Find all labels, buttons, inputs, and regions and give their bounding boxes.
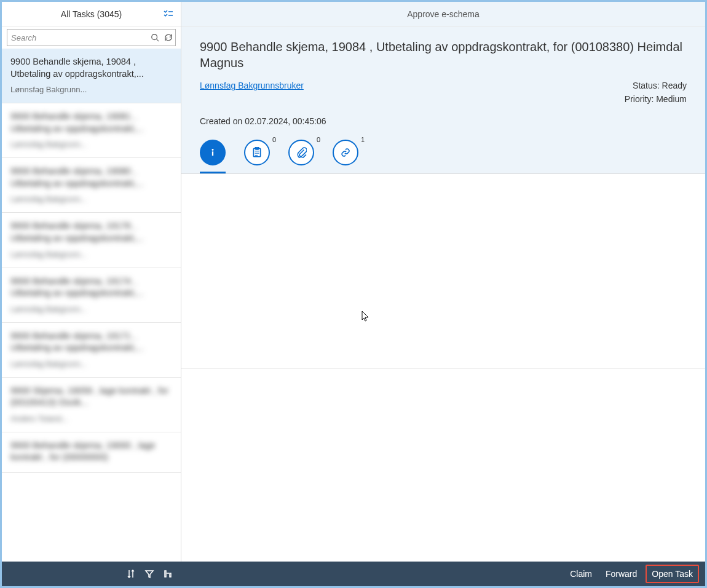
task-item[interactable]: 9900 Behandle skjema, 19174 , Utbetaling… <box>2 268 181 323</box>
content-area: Approve e-schema 9900 Behandle skjema, 1… <box>181 2 705 562</box>
detail-title: 9900 Behandle skjema, 19084 , Utbetaling… <box>200 39 687 71</box>
search-input[interactable] <box>7 33 148 42</box>
created-on: Created on 02.07.2024, 00:45:06 <box>200 116 687 126</box>
priority-value: Medium <box>656 94 687 104</box>
link-icon <box>340 147 351 158</box>
clipboard-icon <box>251 147 263 158</box>
svg-line-1 <box>157 39 159 42</box>
tab-attachments[interactable]: 0 <box>288 140 314 165</box>
task-item-sub: Lønnsfag Bakgrunn... <box>10 85 172 94</box>
claim-button[interactable]: Claim <box>565 565 597 582</box>
status-value: Ready <box>662 81 687 90</box>
footer-right: Claim Forward Open Task <box>181 565 705 583</box>
detail-meta-row: Lønnsfag Bakgrunnsbruker Status: Ready P… <box>200 81 687 108</box>
task-item-sub: Lønnsfag Bakgrunn... <box>10 304 172 314</box>
task-item-title: 9900 Behandle skjema, 19174 , Utbetaling… <box>10 276 172 300</box>
tab-notes[interactable]: 0 <box>244 140 270 165</box>
task-list[interactable]: 9900 Behandle skjema, 19084 , Utbetaling… <box>2 49 181 562</box>
search-field-wrap <box>7 29 176 46</box>
refresh-icon[interactable] <box>162 33 175 42</box>
sidebar-header: All Tasks (3045) <box>2 2 181 26</box>
open-task-button[interactable]: Open Task <box>646 565 699 583</box>
content-header: Approve e-schema <box>181 2 705 26</box>
attachments-badge: 0 <box>317 136 320 143</box>
info-icon <box>207 147 218 158</box>
status-label: Status: <box>633 81 660 90</box>
footer-left <box>2 569 181 579</box>
multiselect-icon[interactable] <box>164 9 173 19</box>
detail-body <box>181 174 705 368</box>
detail-tabs: 0 0 1 <box>200 140 687 173</box>
task-item[interactable]: 9900 Behandle skjema, 19000 , lage kontr… <box>2 432 181 473</box>
svg-rect-3 <box>212 151 213 156</box>
detail-body-rest <box>181 368 705 562</box>
status-block: Status: Ready Priority: Medium <box>625 81 687 108</box>
paperclip-icon <box>296 147 307 158</box>
task-item[interactable]: 9900 Behandle skjema, 19171 , Utbetaling… <box>2 323 181 378</box>
task-item-title: 9900 Behandle skjema, 19000 , lage kontr… <box>10 440 172 464</box>
notes-badge: 0 <box>272 136 276 143</box>
sidebar: All Tasks (3045) 9900 Behandle skjema, 1… <box>2 2 181 562</box>
task-item[interactable]: 9900 Skjema, 19059 , lage kontrakt , for… <box>2 378 181 432</box>
links-badge: 1 <box>361 136 365 143</box>
task-item-title: 9900 Behandle skjema, 19084 , Utbetaling… <box>10 56 172 80</box>
detail-header-block: 9900 Behandle skjema, 19084 , Utbetaling… <box>181 26 705 174</box>
task-item-sub: Lønnsfag Bakgrunn... <box>10 140 172 149</box>
task-item-title: 9900 Behandle skjema, 19171 , Utbetaling… <box>10 330 172 354</box>
forward-button[interactable]: Forward <box>601 565 642 582</box>
task-item[interactable]: 9900 Behandle skjema, 19080 , Utbetaling… <box>2 158 181 213</box>
tab-info[interactable] <box>200 140 226 165</box>
footer: Claim Forward Open Task <box>2 562 705 586</box>
task-item[interactable]: 9900 Behandle skjema, 19084 , Utbetaling… <box>2 49 181 103</box>
filter-icon[interactable] <box>144 569 154 579</box>
task-item[interactable]: 9900 Behandle skjema, 19081 , Utbetaling… <box>2 103 181 158</box>
priority-label: Priority: <box>625 94 654 104</box>
author-link[interactable]: Lønnsfag Bakgrunnsbruker <box>200 81 304 90</box>
svg-point-0 <box>152 34 157 40</box>
sidebar-title: All Tasks (3045) <box>61 9 122 19</box>
tab-links[interactable]: 1 <box>333 140 358 165</box>
task-item-title: 9900 Behandle skjema, 19176 , Utbetaling… <box>10 220 172 244</box>
sort-icon[interactable] <box>126 569 136 579</box>
task-item[interactable]: 9900 Behandle skjema, 19176 , Utbetaling… <box>2 213 181 268</box>
content-header-title: Approve e-schema <box>407 9 480 19</box>
task-item-title: 9900 Behandle skjema, 19080 , Utbetaling… <box>10 165 172 189</box>
task-item-sub: Lønnsfag Bakgrunn... <box>10 194 172 204</box>
task-item-sub: Lønnsfag Bakgrunn... <box>10 250 172 259</box>
group-icon[interactable] <box>163 569 173 579</box>
task-item-title: 9900 Skjema, 19059 , lage kontrakt , for… <box>10 385 172 409</box>
task-item-sub: Lønnsfag Bakgrunn... <box>10 359 172 368</box>
search-icon[interactable] <box>148 33 162 42</box>
task-item-sub: Anders Toland... <box>10 414 172 423</box>
svg-point-2 <box>212 149 214 151</box>
task-item-title: 9900 Behandle skjema, 19081 , Utbetaling… <box>10 111 172 135</box>
search-row <box>2 26 181 49</box>
